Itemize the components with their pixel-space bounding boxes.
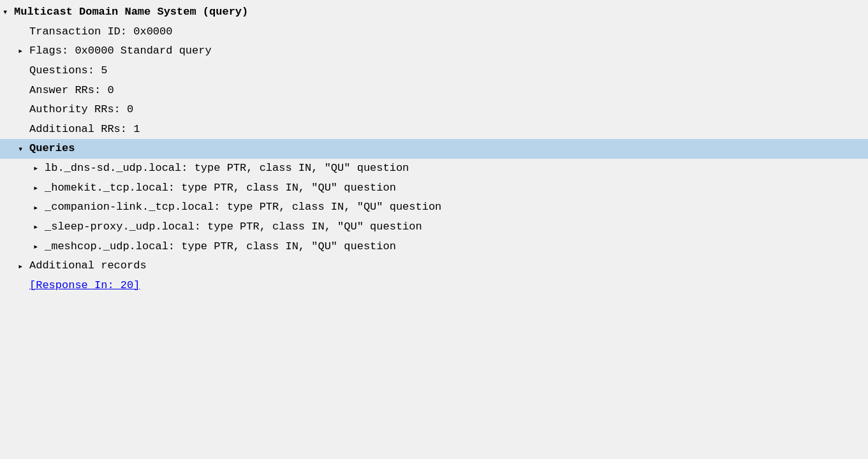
expander-query-sleep-proxy[interactable]	[33, 221, 43, 233]
tree-row-response-in[interactable]: [Response In: 20]	[0, 276, 868, 296]
row-text-query-lb: lb._dns-sd._udp.local: type PTR, class I…	[45, 161, 409, 177]
row-text-query-homekit: _homekit._tcp.local: type PTR, class IN,…	[45, 180, 396, 196]
tree-row-additional-rrs[interactable]: Additional RRs: 1	[0, 120, 868, 140]
expander-query-homekit[interactable]	[33, 182, 43, 194]
expander-query-meshcop[interactable]	[33, 240, 43, 253]
tree-row-query-sleep-proxy[interactable]: _sleep-proxy._udp.local: type PTR, class…	[0, 217, 868, 237]
expander-query-companion[interactable]	[33, 201, 43, 214]
tree-row-additional-records[interactable]: Additional records	[0, 256, 868, 276]
expander-queries[interactable]	[18, 143, 28, 156]
row-text-authority-rrs: Authority RRs: 0	[29, 102, 133, 118]
packet-tree: Multicast Domain Name System (query)Tran…	[0, 0, 868, 298]
tree-row-query-meshcop[interactable]: _meshcop._udp.local: type PTR, class IN,…	[0, 237, 868, 257]
row-text-query-meshcop: _meshcop._udp.local: type PTR, class IN,…	[45, 239, 396, 255]
row-text-queries: Queries	[29, 141, 75, 157]
row-text-additional-records: Additional records	[29, 258, 147, 274]
tree-row-answer-rrs[interactable]: Answer RRs: 0	[0, 81, 868, 101]
row-text-additional-rrs: Additional RRs: 1	[29, 122, 140, 138]
tree-row-mdns-root[interactable]: Multicast Domain Name System (query)	[0, 3, 868, 22]
expander-mdns-root[interactable]	[3, 6, 13, 18]
tree-row-query-homekit[interactable]: _homekit._tcp.local: type PTR, class IN,…	[0, 178, 868, 198]
row-text-transaction-id: Transaction ID: 0x0000	[29, 24, 172, 40]
tree-row-authority-rrs[interactable]: Authority RRs: 0	[0, 100, 868, 120]
row-text-response-in[interactable]: [Response In: 20]	[29, 278, 140, 294]
row-text-query-sleep-proxy: _sleep-proxy._udp.local: type PTR, class…	[45, 219, 422, 235]
expander-additional-records[interactable]	[18, 260, 28, 273]
tree-row-questions[interactable]: Questions: 5	[0, 61, 868, 81]
expander-flags[interactable]	[18, 45, 28, 57]
row-text-flags: Flags: 0x0000 Standard query	[29, 43, 212, 59]
row-text-answer-rrs: Answer RRs: 0	[29, 83, 114, 99]
tree-row-transaction-id[interactable]: Transaction ID: 0x0000	[0, 22, 868, 42]
row-text-query-companion: _companion-link._tcp.local: type PTR, cl…	[45, 200, 441, 215]
tree-row-query-companion[interactable]: _companion-link._tcp.local: type PTR, cl…	[0, 198, 868, 217]
row-text-mdns-root: Multicast Domain Name System (query)	[14, 4, 248, 20]
tree-row-queries[interactable]: Queries	[0, 139, 868, 159]
tree-row-flags[interactable]: Flags: 0x0000 Standard query	[0, 41, 868, 61]
tree-row-query-lb[interactable]: lb._dns-sd._udp.local: type PTR, class I…	[0, 159, 868, 178]
expander-query-lb[interactable]	[33, 162, 43, 175]
row-text-questions: Questions: 5	[29, 63, 107, 79]
